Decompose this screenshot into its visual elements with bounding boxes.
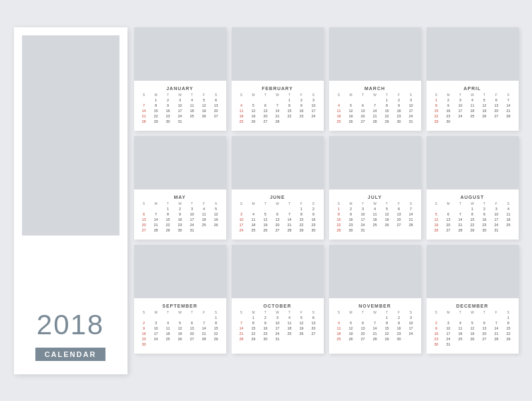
- month-name: JULY: [333, 195, 417, 199]
- month-name: FEBRUARY: [236, 86, 320, 91]
- month-name: JANUARY: [138, 86, 222, 91]
- calendar-table: SMTWTFS123456789101112131415161718192021…: [431, 201, 515, 233]
- month-card-september: SEPTEMBERSMTWTFS123456789101112131415161…: [134, 245, 226, 354]
- month-card-december: DECEMBERSMTWTFS1234567891011121314151617…: [427, 245, 519, 354]
- cover-year: 2018: [37, 309, 104, 341]
- cover-card: 2018 CALENDAR: [14, 27, 127, 374]
- month-name: AUGUST: [431, 195, 515, 199]
- cover-photo: [22, 35, 119, 236]
- calendar-table: SMTWTFS123456789101112131415161718192021…: [236, 310, 320, 342]
- calendar-table: SMTWTFS123456789101112131415161718192021…: [236, 201, 320, 233]
- calendar-table: SMTWTFS123456789101112131415161718192021…: [431, 310, 515, 347]
- month-name: NOVEMBER: [333, 304, 417, 308]
- months-grid: JANUARYSMTWTFS12345678910111213141516171…: [134, 27, 519, 354]
- month-card-june: JUNESMTWTFS12345678910111213141516171819…: [232, 136, 324, 240]
- month-photo: [134, 27, 226, 81]
- month-name: APRIL: [431, 86, 515, 91]
- calendar-table: SMTWTFS123456789101112131415161718192021…: [333, 310, 417, 342]
- month-name: SEPTEMBER: [138, 304, 222, 308]
- month-photo: [329, 136, 421, 189]
- month-card-may: MAYSMTWTFS123456789101112131415161718192…: [134, 136, 226, 240]
- month-name: MARCH: [333, 86, 417, 91]
- cover-label: CALENDAR: [35, 348, 106, 361]
- calendar-table: SMTWTFS123456789101112131415161718192021…: [138, 201, 222, 233]
- main-container: 2018 CALENDAR JANUARYSMTWTFS123456789101…: [1, 14, 532, 388]
- month-photo: [427, 27, 519, 81]
- month-card-november: NOVEMBERSMTWTFS1234567891011121314151617…: [329, 245, 421, 354]
- calendar-table: SMTWTFS123456789101112131415161718192021…: [138, 310, 222, 347]
- month-card-march: MARCHSMTWTFS1234567891011121314151617181…: [329, 27, 421, 131]
- month-photo: [329, 245, 421, 298]
- month-name: DECEMBER: [431, 304, 515, 308]
- month-photo: [232, 245, 324, 298]
- month-photo: [134, 136, 226, 189]
- calendar-table: SMTWTFS123456789101112131415161718192021…: [333, 201, 417, 233]
- month-card-august: AUGUSTSMTWTFS123456789101112131415161718…: [427, 136, 519, 240]
- calendar-table: SMTWTFS123456789101112131415161718192021…: [431, 92, 515, 124]
- month-card-february: FEBRUARYSMTWTFS1234567891011121314151617…: [232, 27, 324, 131]
- month-photo: [427, 136, 519, 189]
- month-name: MAY: [138, 195, 222, 199]
- month-photo: [232, 136, 324, 189]
- month-photo: [232, 27, 324, 81]
- month-name: JUNE: [236, 195, 320, 199]
- month-card-april: APRILSMTWTFS1234567891011121314151617181…: [427, 27, 519, 131]
- month-photo: [134, 245, 226, 298]
- month-photo: [329, 27, 421, 81]
- month-name: OCTOBER: [236, 304, 320, 308]
- month-card-july: JULYSMTWTFS12345678910111213141516171819…: [329, 136, 421, 240]
- calendar-table: SMTWTFS123456789101112131415161718192021…: [333, 92, 417, 124]
- month-card-october: OCTOBERSMTWTFS12345678910111213141516171…: [232, 245, 324, 354]
- calendar-table: SMTWTFS123456789101112131415161718192021…: [138, 92, 222, 124]
- calendar-table: SMTWTFS123456789101112131415161718192021…: [236, 92, 320, 124]
- month-photo: [427, 245, 519, 298]
- month-card-january: JANUARYSMTWTFS12345678910111213141516171…: [134, 27, 226, 131]
